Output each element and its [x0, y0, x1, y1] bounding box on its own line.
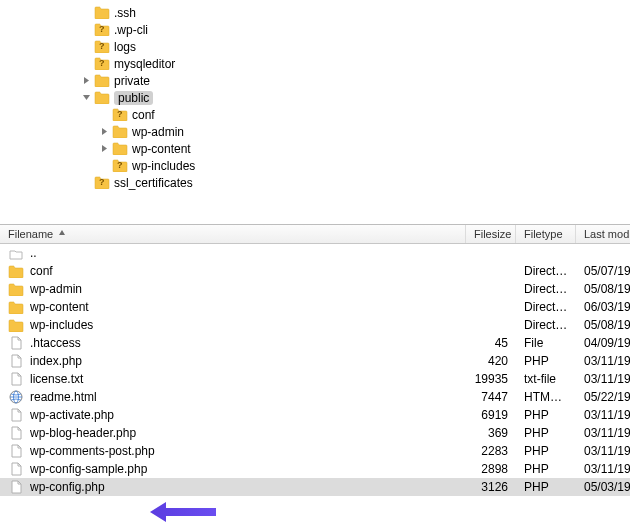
tree-item[interactable]: ?.wp-cli	[0, 21, 630, 38]
tree-item-label: mysqleditor	[114, 57, 175, 71]
file-size: 369	[466, 426, 516, 440]
col-header-filetype[interactable]: Filetype	[516, 225, 576, 243]
disclosure-triangle-icon[interactable]	[100, 144, 109, 153]
col-label-modified: Last modified	[584, 228, 630, 240]
file-name: conf	[30, 264, 53, 278]
file-row[interactable]: index.php420PHP03/11/19 00:...	[0, 352, 630, 370]
file-row[interactable]: wp-contentDirectory06/03/19 00:...	[0, 298, 630, 316]
file-row[interactable]: .htaccess45File04/09/19 20:...	[0, 334, 630, 352]
file-icon	[8, 462, 24, 476]
file-name: wp-comments-post.php	[30, 444, 155, 458]
file-row[interactable]: wp-comments-post.php2283PHP03/11/19 00:.…	[0, 442, 630, 460]
file-list[interactable]: ..confDirectory05/07/19 04:...wp-adminDi…	[0, 244, 630, 496]
file-row[interactable]: wp-config.php3126PHP05/03/19 10:...	[0, 478, 630, 496]
tree-item[interactable]: ?conf	[0, 106, 630, 123]
file-modified: 06/03/19 00:...	[576, 300, 630, 314]
sort-ascending-icon	[58, 229, 66, 239]
file-name: license.txt	[30, 372, 83, 386]
col-label-filetype: Filetype	[524, 228, 563, 240]
file-row[interactable]: wp-blog-header.php369PHP03/11/19 00:...	[0, 424, 630, 442]
file-row[interactable]: license.txt19935txt-file03/11/19 00:...	[0, 370, 630, 388]
file-icon	[8, 408, 24, 422]
folder-icon: ?	[112, 159, 128, 173]
tree-item[interactable]: ?logs	[0, 38, 630, 55]
col-header-filesize[interactable]: Filesize	[466, 225, 516, 243]
col-header-modified[interactable]: Last modified	[576, 225, 630, 243]
file-modified: 05/08/19 00:...	[576, 318, 630, 332]
col-label-filesize: Filesize	[474, 228, 511, 240]
tree-item[interactable]: ?mysqleditor	[0, 55, 630, 72]
tree-item[interactable]: ?wp-includes	[0, 157, 630, 174]
col-label-filename: Filename	[8, 228, 53, 240]
folder-icon: ?	[94, 40, 110, 54]
file-name: ..	[30, 246, 37, 260]
disclosure-triangle-icon[interactable]	[100, 127, 109, 136]
file-type: HTML do...	[516, 390, 576, 404]
file-modified: 03/11/19 00:...	[576, 372, 630, 386]
file-row[interactable]: wp-adminDirectory05/08/19 00:...	[0, 280, 630, 298]
tree-item[interactable]: wp-admin	[0, 123, 630, 140]
file-row[interactable]: wp-activate.php6919PHP03/11/19 00:...	[0, 406, 630, 424]
folder-icon	[94, 91, 110, 105]
disclosure-triangle-icon[interactable]	[82, 76, 91, 85]
file-name: wp-admin	[30, 282, 82, 296]
html-file-icon	[8, 390, 24, 404]
file-type: txt-file	[516, 372, 576, 386]
file-type: PHP	[516, 444, 576, 458]
file-type: PHP	[516, 426, 576, 440]
directory-tree[interactable]: .ssh?.wp-cli?logs?mysqleditorprivatepubl…	[0, 0, 630, 225]
tree-item-label: private	[114, 74, 150, 88]
file-size: 420	[466, 354, 516, 368]
file-row[interactable]: ..	[0, 244, 630, 262]
file-icon	[8, 426, 24, 440]
file-modified: 05/07/19 04:...	[576, 264, 630, 278]
file-type: PHP	[516, 354, 576, 368]
file-name: wp-includes	[30, 318, 93, 332]
file-size: 2898	[466, 462, 516, 476]
file-type: PHP	[516, 480, 576, 494]
file-name: wp-content	[30, 300, 89, 314]
file-list-header[interactable]: Filename Filesize Filetype Last modified	[0, 225, 630, 244]
folder-icon: ?	[94, 57, 110, 71]
tree-item-label: public	[114, 91, 153, 105]
tree-item[interactable]: private	[0, 72, 630, 89]
tree-item[interactable]: .ssh	[0, 4, 630, 21]
file-type: Directory	[516, 318, 576, 332]
file-row[interactable]: wp-includesDirectory05/08/19 00:...	[0, 316, 630, 334]
folder-icon: ?	[94, 176, 110, 190]
tree-item[interactable]: wp-content	[0, 140, 630, 157]
file-icon	[8, 480, 24, 494]
disclosure-triangle-icon[interactable]	[82, 93, 91, 102]
file-row[interactable]: confDirectory05/07/19 04:...	[0, 262, 630, 280]
file-size: 2283	[466, 444, 516, 458]
file-type: Directory	[516, 264, 576, 278]
file-modified: 03/11/19 00:...	[576, 426, 630, 440]
file-name: wp-activate.php	[30, 408, 114, 422]
tree-item-label: conf	[132, 108, 155, 122]
file-icon	[8, 354, 24, 368]
file-modified: 04/09/19 20:...	[576, 336, 630, 350]
file-size: 19935	[466, 372, 516, 386]
folder-icon	[112, 142, 128, 156]
file-name: index.php	[30, 354, 82, 368]
file-size: 6919	[466, 408, 516, 422]
tree-item[interactable]: public	[0, 89, 630, 106]
folder-icon	[8, 264, 24, 278]
file-modified: 03/11/19 00:...	[576, 444, 630, 458]
tree-item-label: wp-includes	[132, 159, 195, 173]
file-row[interactable]: wp-config-sample.php2898PHP03/11/19 00:.…	[0, 460, 630, 478]
file-name: readme.html	[30, 390, 97, 404]
file-type: PHP	[516, 408, 576, 422]
folder-icon	[8, 282, 24, 296]
file-modified: 03/11/19 00:...	[576, 354, 630, 368]
file-row[interactable]: readme.html7447HTML do...05/22/19 04:...	[0, 388, 630, 406]
folder-icon: ?	[112, 108, 128, 122]
file-modified: 03/11/19 00:...	[576, 462, 630, 476]
tree-item[interactable]: ?ssl_certificates	[0, 174, 630, 191]
file-size: 7447	[466, 390, 516, 404]
file-icon	[8, 372, 24, 386]
file-size: 3126	[466, 480, 516, 494]
file-name: wp-config-sample.php	[30, 462, 147, 476]
tree-item-label: wp-content	[132, 142, 191, 156]
col-header-filename[interactable]: Filename	[0, 225, 466, 243]
